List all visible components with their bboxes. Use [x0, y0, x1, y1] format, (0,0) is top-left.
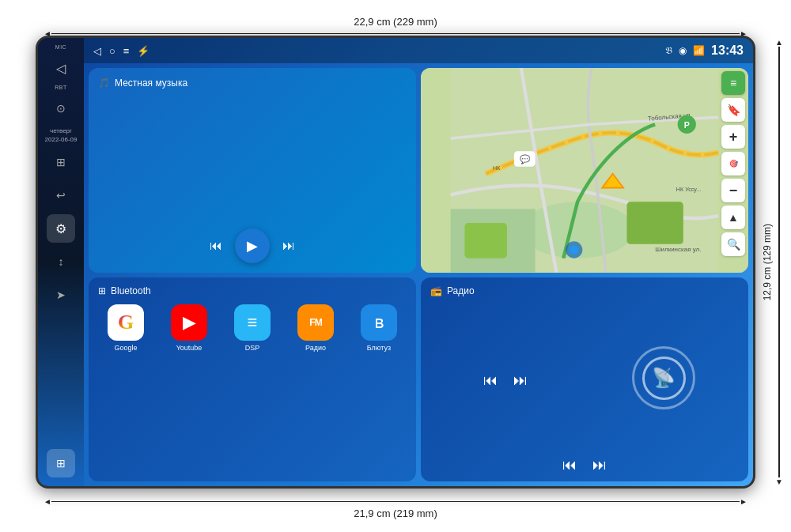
dsp-label: DSP — [245, 344, 260, 352]
bluetooth-card: ⊞ Bluetooth G Google — [89, 277, 416, 482]
map-controls: ≡ 🔖 + 🎯 − ▲ 🔍 — [721, 71, 745, 270]
svg-text:НК Уссу...: НК Уссу... — [676, 187, 701, 193]
radio-prev-btn-2[interactable]: ⏮ — [562, 457, 577, 474]
zoom-out-btn[interactable]: − — [721, 179, 745, 202]
equalizer-btn[interactable]: ⊞ — [47, 148, 75, 176]
zoom-in-btn[interactable]: + — [721, 125, 745, 149]
bluetooth-title: Bluetooth — [111, 285, 151, 296]
bluetooth-header: ⊞ Bluetooth — [98, 285, 407, 296]
bluetooth-icon-box: ʙ — [361, 304, 397, 341]
volume-btn[interactable]: ↕ — [47, 247, 75, 276]
music-card: 🎵 Местная музыка ⏮ ▶ ⏭ — [89, 68, 416, 273]
radio-header: 📻 Радио — [430, 285, 739, 296]
antenna-inner-circle: 📡 — [642, 357, 686, 400]
bluetooth-icon: ⊞ — [98, 285, 106, 296]
map-menu-btn[interactable]: ≡ — [721, 71, 745, 95]
status-bar: ◁ ○ ≡ ⚡ 𝔅 ◉ 📶 13:43 — [84, 38, 753, 63]
bottom-measurement: ◄ ► 21,9 cm (219 mm) — [44, 497, 747, 519]
bottom-arrow: ◄ ► — [44, 497, 747, 506]
right-measurement-label: 12,9 cm (129 mm) — [762, 224, 773, 300]
back-nav-icon[interactable]: ◁ — [93, 45, 101, 57]
google-icon-box: G — [108, 304, 144, 341]
radio-app-item[interactable]: FM Радио — [288, 304, 343, 352]
back-button[interactable]: ◁ — [47, 54, 75, 82]
settings-icon-btn[interactable]: ⊙ — [47, 94, 75, 123]
dsp-icon-box: ≡ — [234, 304, 271, 341]
music-title-text: Местная музыка — [115, 77, 187, 89]
home-icon[interactable]: ○ — [109, 45, 115, 57]
svg-point-7 — [570, 246, 578, 255]
top-measurement-label: 22,9 cm (229 mm) — [354, 16, 437, 28]
app-icons-row: G Google ▶ Youtube — [98, 304, 407, 474]
right-arrow: ▲ ▼ — [775, 38, 783, 486]
dsp-app-item[interactable]: ≡ DSP — [225, 304, 280, 352]
mic-label: MIC — [55, 44, 66, 50]
left-sidebar: MIC ◁ RBT ⊙ четверг 2022-06-09 ⊞ ↩ ⚙ ↕ ➤… — [38, 38, 84, 486]
radio-antenna-area: 📡 — [589, 346, 739, 409]
right-measurement: 12,9 cm (129 mm) ▲ ▼ — [762, 38, 783, 486]
bluetooth-app-label: Блютуз — [367, 344, 391, 352]
usb-icon: ⚡ — [137, 45, 149, 57]
screen-area: ◁ ○ ≡ ⚡ 𝔅 ◉ 📶 13:43 🎵 Ме — [84, 38, 753, 486]
nav-btn[interactable]: ➤ — [47, 281, 75, 309]
play-icon: ▶ — [247, 237, 258, 255]
date-day: четверг — [45, 126, 78, 135]
radio-bottom-controls: ⏮ ⏭ — [430, 457, 739, 474]
svg-text:P: P — [684, 120, 690, 130]
antenna-outer-circle: 📡 — [632, 346, 695, 409]
prev-track-button[interactable]: ⏮ — [210, 239, 222, 253]
map-bookmark-btn[interactable]: 🔖 — [721, 98, 745, 122]
location-icon: ◉ — [679, 45, 687, 56]
map-compass-btn[interactable]: ▲ — [721, 206, 745, 229]
rbt-label: RBT — [55, 85, 67, 90]
date-display: четверг 2022-06-09 — [45, 126, 78, 144]
content-grid: 🎵 Местная музыка ⏮ ▶ ⏭ — [84, 63, 753, 486]
svg-rect-3 — [464, 223, 506, 258]
radio-card: 📻 Радио ⏮ ⏭ 📡 — [421, 277, 748, 482]
svg-text:Шилкинская ул.: Шилкинская ул. — [655, 246, 701, 253]
radio-icon-box: FM — [297, 304, 334, 341]
undo-btn[interactable]: ↩ — [47, 181, 75, 209]
bluetooth-app-item[interactable]: ʙ Блютуз — [351, 304, 407, 352]
svg-rect-4 — [626, 202, 683, 243]
next-track-button[interactable]: ⏭ — [282, 239, 295, 253]
music-card-title: 🎵 Местная музыка — [98, 77, 407, 89]
radio-content: ⏮ ⏭ 📡 — [430, 304, 739, 453]
radio-header-icon: 📻 — [430, 285, 442, 296]
bluetooth-status-icon: 𝔅 — [665, 45, 672, 56]
antenna-icon: 📡 — [652, 367, 676, 389]
music-controls: ⏮ ▶ ⏭ — [98, 228, 407, 263]
map-speed-icon[interactable]: 🎯 — [721, 152, 745, 175]
status-right-icons: 𝔅 ◉ 📶 13:43 — [665, 43, 744, 58]
radio-title: Радио — [447, 285, 475, 296]
map-background: 💬 Тобольская ул. Шилкинская ул. НК НК Ус… — [421, 68, 748, 273]
bottom-measurement-label: 21,9 cm (219 mm) — [354, 507, 437, 519]
radio-prev-btn[interactable]: ⏮ — [483, 372, 498, 389]
map-svg: 💬 Тобольская ул. Шилкинская ул. НК НК Ус… — [421, 68, 748, 273]
top-measurement: 22,9 cm (229 mm) ◄ ► — [44, 16, 747, 38]
wifi-icon: 📶 — [693, 45, 705, 56]
svg-text:💬: 💬 — [520, 154, 531, 164]
svg-text:НК: НК — [493, 165, 501, 172]
google-label: Google — [114, 344, 137, 352]
youtube-app-item[interactable]: ▶ Youtube — [161, 304, 217, 352]
radio-app-label: Радио — [305, 344, 326, 352]
youtube-icon-box: ▶ — [171, 304, 207, 341]
radio-next-btn[interactable]: ⏭ — [513, 372, 528, 389]
status-left-icons: ◁ ○ ≡ ⚡ — [93, 45, 665, 57]
menu-icon[interactable]: ≡ — [123, 45, 130, 57]
radio-controls: ⏮ ⏭ — [483, 372, 528, 389]
google-app-item[interactable]: G Google — [98, 304, 153, 352]
device-wrapper: MIC ◁ RBT ⊙ четверг 2022-06-09 ⊞ ↩ ⚙ ↕ ➤… — [36, 36, 755, 489]
map-card[interactable]: 💬 Тобольская ул. Шилкинская ул. НК НК Ус… — [421, 68, 748, 273]
youtube-label: Youtube — [176, 344, 202, 352]
apps-btn[interactable]: ⊞ — [47, 449, 75, 477]
device-frame: MIC ◁ RBT ⊙ четверг 2022-06-09 ⊞ ↩ ⚙ ↕ ➤… — [36, 36, 755, 489]
map-search-btn[interactable]: 🔍 — [721, 232, 745, 256]
gear-btn[interactable]: ⚙ — [47, 214, 75, 243]
clock: 13:43 — [711, 43, 744, 58]
music-note-icon: 🎵 — [98, 77, 110, 89]
date-value: 2022-06-09 — [45, 135, 78, 144]
play-button[interactable]: ▶ — [235, 228, 270, 263]
radio-next-btn-2[interactable]: ⏭ — [592, 457, 607, 474]
